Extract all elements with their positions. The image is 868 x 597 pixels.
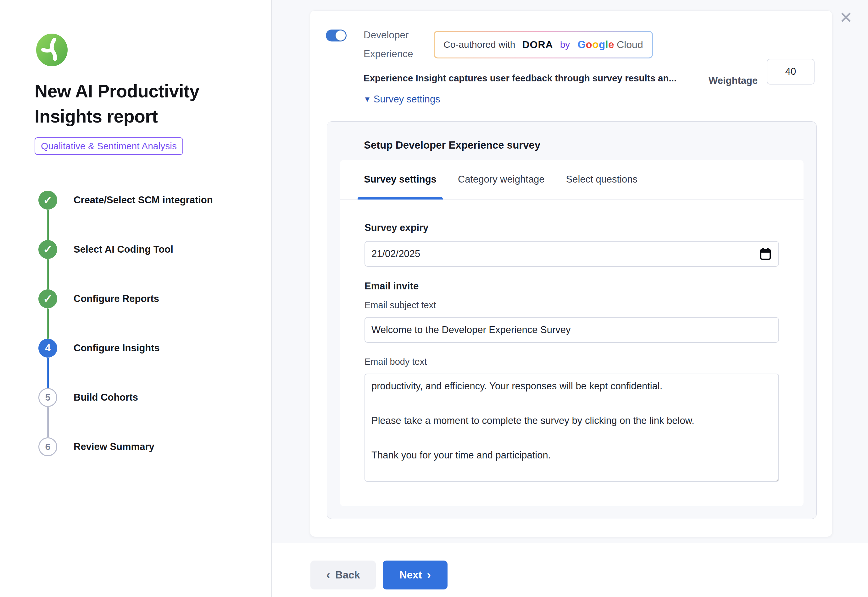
close-icon[interactable]: ✕ [837, 9, 855, 27]
survey-settings-collapse[interactable]: ▼ Survey settings [363, 94, 440, 105]
step-connector [47, 407, 49, 438]
insight-card: Developer Experience Co-authored with DO… [310, 10, 832, 537]
step-item-build-cohorts[interactable]: 5 Build Cohorts [39, 388, 138, 407]
email-invite-label: Email invite [365, 281, 418, 292]
triangle-down-icon: ▼ [363, 95, 371, 104]
survey-expiry-input[interactable]: 21/02/2025 [365, 241, 779, 267]
step-list: ✓ Create/Select SCM integration ✓ Select… [39, 191, 240, 467]
tab-select-questions[interactable]: Select questions [560, 160, 644, 199]
cloud-text: Cloud [617, 39, 643, 50]
email-body-label: Email body text [365, 356, 427, 367]
tab-survey-settings[interactable]: Survey settings [357, 160, 443, 199]
email-body-textarea[interactable]: productivity, and efficiency. Your respo… [365, 374, 779, 482]
chevron-left-icon: ‹ [326, 569, 330, 581]
step-label: Select AI Coding Tool [74, 244, 173, 255]
main-area: ✕ Developer Experience Co-authored with … [272, 0, 868, 597]
step-label: Configure Insights [74, 343, 160, 354]
setup-survey-panel: Setup Developer Experience survey Survey… [327, 121, 817, 519]
step-number: 6 [45, 441, 51, 452]
coauthored-prefix: Co-authored with [444, 39, 515, 50]
developer-experience-toggle[interactable] [326, 30, 347, 42]
step-label: Review Summary [74, 441, 155, 453]
dora-logo: DORA [522, 39, 553, 50]
step-label: Configure Reports [74, 293, 159, 304]
by-text: by [560, 39, 570, 50]
chevron-right-icon: › [427, 569, 431, 581]
step-item-configure-reports[interactable]: ✓ Configure Reports [39, 290, 159, 308]
step-label: Create/Select SCM integration [74, 195, 213, 206]
step-number: 5 [45, 392, 51, 403]
calendar-icon[interactable] [760, 248, 771, 260]
weightage-label: Weightage [709, 75, 758, 86]
step-connector [47, 308, 49, 339]
page-title: New AI Productivity Insights report [34, 79, 229, 129]
toggle-knob [336, 30, 345, 40]
tab-category-weightage[interactable]: Category weightage [452, 160, 551, 199]
step-number: 4 [45, 343, 50, 354]
survey-settings-link-label: Survey settings [374, 94, 440, 105]
step-item-configure-insights[interactable]: 4 Configure Insights [39, 339, 160, 358]
coauthored-badge: Co-authored with DORA by Google Cloud [434, 31, 653, 58]
insight-description: Experience Insight captures user feedbac… [363, 73, 700, 83]
email-subject-input[interactable] [365, 317, 779, 343]
next-button-label: Next [399, 569, 422, 581]
next-button[interactable]: Next › [383, 561, 448, 590]
check-icon: ✓ [43, 292, 52, 305]
survey-expiry-value: 21/02/2025 [371, 248, 760, 260]
survey-tabs-panel: Survey settings Category weightage Selec… [340, 160, 804, 506]
survey-expiry-label: Survey expiry [365, 222, 428, 233]
report-type-badge: Qualitative & Sentiment Analysis [34, 137, 183, 155]
weightage-input[interactable] [767, 59, 814, 85]
screen: New AI Productivity Insights report Qual… [0, 0, 868, 597]
back-button[interactable]: ‹ Back [310, 561, 376, 590]
footer: ‹ Back Next › [272, 543, 868, 597]
google-logo: Google [578, 39, 614, 50]
step-connector [47, 259, 49, 290]
insight-title: Developer Experience [363, 25, 433, 63]
step-item-scm-integration[interactable]: ✓ Create/Select SCM integration [39, 191, 213, 209]
tab-bar: Survey settings Category weightage Selec… [340, 160, 804, 199]
pinwheel-logo-icon [36, 33, 68, 67]
step-connector [47, 209, 49, 241]
sidebar: New AI Productivity Insights report Qual… [0, 0, 272, 597]
check-icon: ✓ [43, 193, 52, 207]
step-item-review-summary[interactable]: 6 Review Summary [39, 437, 155, 456]
step-label: Build Cohorts [74, 392, 138, 403]
check-icon: ✓ [43, 243, 52, 256]
email-subject-label: Email subject text [365, 300, 436, 310]
back-button-label: Back [335, 569, 360, 581]
step-item-ai-coding-tool[interactable]: ✓ Select AI Coding Tool [39, 240, 173, 259]
setup-heading: Setup Developer Experience survey [364, 139, 540, 151]
step-connector [47, 358, 49, 388]
